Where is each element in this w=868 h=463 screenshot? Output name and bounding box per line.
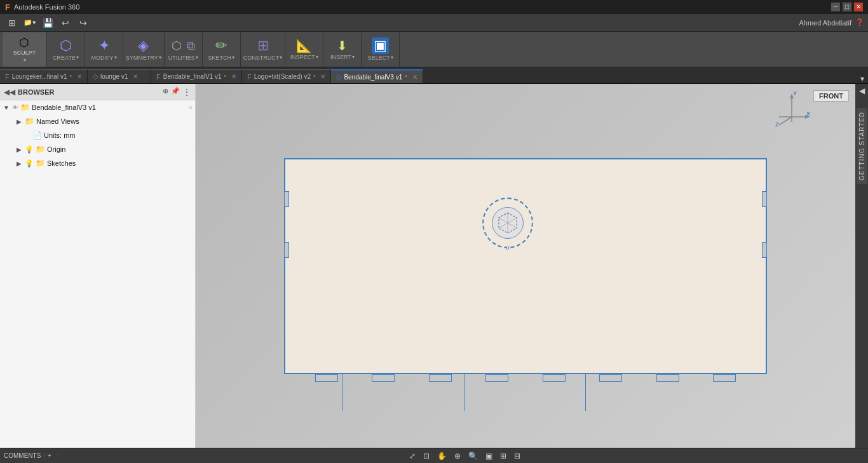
tab-bendable-v3[interactable]: ◇ Bendable_finalV3 v1 * ✕ (331, 69, 423, 83)
maximize-button[interactable]: □ (843, 3, 851, 11)
getting-started-button[interactable]: GETTING STARTED (857, 108, 867, 184)
tab-lounge-v1[interactable]: ◇ lounge v1 ✕ (88, 69, 151, 83)
sidebar: ◀◀ BROWSER ⊕ 📌 ⋮ ▼ 👁 📁 Bendable_finalV3 … (0, 84, 196, 448)
tree-root-arrow[interactable]: ▼ (3, 104, 10, 111)
create-button[interactable]: ⬡ (58, 37, 74, 54)
status-zoom-icon[interactable]: 🔍 (466, 451, 480, 461)
symmetry-section: ◈ SYMMETRY ▾ (123, 32, 165, 67)
status-bar: COMMENTS | + ⋮ ⤢ ⊡ ✋ ⊕ 🔍 ▣ ⊞ ⊟ (0, 448, 868, 463)
browser-back-arrow[interactable]: ◀◀ (4, 88, 15, 97)
viewport[interactable]: Y X Z FRONT (196, 84, 855, 448)
menu-right: Ahmed Abdellatif ❓ (799, 18, 864, 27)
notch-right-bot (762, 242, 767, 258)
status-hand-icon[interactable]: ✋ (435, 451, 449, 461)
tab-lounge-close[interactable]: ✕ (133, 73, 138, 80)
tabs-bar: F Loungeker...final v1 * ✕ ◇ lounge v1 ✕… (0, 67, 868, 84)
browser-pin-icon[interactable]: 📌 (171, 87, 180, 97)
tree-origin-bulb-icon[interactable]: 💡 (25, 145, 34, 154)
tree-units[interactable]: ▶ 📄 Units: mm (0, 128, 195, 142)
tree-sketches-arrow[interactable]: ▶ (15, 160, 23, 167)
insert-arrow[interactable]: ▾ (352, 54, 355, 60)
right-panel-arrow[interactable]: ◀ (859, 86, 865, 95)
tab-loungeker[interactable]: F Loungeker...final v1 * ✕ (0, 69, 88, 83)
status-frame-icon[interactable]: ⊡ (421, 451, 431, 461)
title-bar: F Autodesk Fusion 360 ─ □ ✕ (0, 0, 868, 14)
tree-sketches-label: Sketches (47, 159, 193, 167)
tab-bendable-v3-label: Bendable_finalV3 v1 (344, 74, 402, 81)
browser-title: BROWSER (18, 88, 160, 96)
tab-bendable-v3-close[interactable]: ✕ (412, 74, 417, 81)
close-button[interactable]: ✕ (854, 3, 863, 11)
construct-section: ⊞ CONSTRUCT ▾ (241, 32, 286, 67)
tree-named-views-arrow[interactable]: ▶ (15, 118, 23, 125)
undo-button[interactable]: ↩ (57, 16, 74, 30)
status-snap-icon[interactable]: ⊟ (512, 451, 522, 461)
grid-menu-button[interactable]: ⊞ (4, 16, 20, 30)
utilities-btn1[interactable]: ⬡ (170, 37, 184, 54)
create-icon: ⬡ (60, 39, 72, 53)
tree-origin[interactable]: ▶ 💡 📁 Origin (0, 142, 195, 156)
sketch-icon: ✏ (215, 39, 227, 53)
symmetry-button[interactable]: ◈ (136, 37, 151, 54)
tab-logo[interactable]: F Logo+txt(Scaled) v2 * ✕ (242, 69, 331, 83)
file-menu-button[interactable]: 📁▾ (22, 16, 38, 30)
utilities-btn2[interactable]: ⧉ (185, 38, 197, 54)
select-arrow[interactable]: ▾ (391, 55, 393, 60)
save-button[interactable]: 💾 (39, 16, 56, 30)
browser-resize-handle[interactable]: ⋮ (182, 87, 191, 97)
tree-sketches-bulb-icon[interactable]: 💡 (25, 159, 34, 168)
status-display-icon[interactable]: ▣ (484, 451, 494, 461)
tree-named-views[interactable]: ▶ 📁 Named Views (0, 114, 195, 128)
inspect-arrow[interactable]: ▾ (316, 54, 318, 60)
notch-right-top (762, 191, 767, 207)
tab-bendable-v1-close[interactable]: ✕ (231, 73, 236, 80)
sketch-arrow[interactable]: ▾ (232, 55, 234, 60)
tab-loungeker-close[interactable]: ✕ (77, 73, 82, 80)
inspect-button[interactable]: 📐 (294, 38, 314, 53)
tree-units-label: Units: mm (44, 131, 193, 139)
sculpt-button[interactable]: ⬡ SCULPT (11, 36, 38, 57)
modify-section: ✦ MODIFY ▾ (85, 32, 123, 67)
sculpt-dropdown-arrow[interactable]: ▾ (24, 57, 26, 63)
symmetry-arrow[interactable]: ▾ (159, 55, 161, 60)
tree-root-eye[interactable]: 👁 (12, 104, 18, 111)
tree-root-visibility[interactable]: ○ (188, 104, 193, 111)
tab-logo-close[interactable]: ✕ (320, 73, 325, 80)
insert-section: ⬇ INSERT ▾ (323, 32, 362, 67)
tree-units-icon: 📄 (32, 131, 42, 140)
notch-left-bot (284, 242, 289, 258)
construct-icon: ⊞ (257, 39, 269, 53)
status-orbit-icon[interactable]: ⊕ (452, 451, 463, 461)
tabs-overflow-arrow[interactable]: ▾ (860, 74, 864, 83)
sketch-button[interactable]: ✏ (214, 37, 229, 54)
create-arrow[interactable]: ▾ (76, 55, 79, 60)
connector-8 (713, 374, 736, 382)
redo-button[interactable]: ↪ (75, 16, 92, 30)
modify-arrow[interactable]: ▾ (114, 55, 117, 60)
modify-icon: ✦ (98, 39, 110, 53)
select-icon: ▣ (374, 39, 387, 53)
sculpt-icon: ⬡ (19, 37, 29, 48)
help-button[interactable]: ❓ (855, 18, 864, 27)
minimize-button[interactable]: ─ (831, 3, 840, 11)
comments-add-button[interactable]: + (48, 452, 51, 459)
status-grid-icon[interactable]: ⊞ (498, 451, 508, 461)
tree-sketches[interactable]: ▶ 💡 📁 Sketches (0, 156, 195, 170)
utilities-arrow[interactable]: ▾ (196, 55, 198, 60)
construct-button[interactable]: ⊞ (255, 37, 271, 54)
browser-search-icon[interactable]: ⊕ (163, 87, 168, 97)
insert-button[interactable]: ⬇ (335, 38, 349, 53)
construct-arrow[interactable]: ▾ (280, 55, 282, 60)
hex-svg (495, 210, 520, 236)
tree-origin-arrow[interactable]: ▶ (15, 146, 23, 153)
insert-label: INSERT (330, 54, 351, 60)
status-pan-icon[interactable]: ⤢ (407, 451, 417, 461)
tree-root-item[interactable]: ▼ 👁 📁 Bendable_finalV3 v1 ○ (0, 100, 195, 114)
select-label: SELECT (368, 55, 390, 61)
select-button[interactable]: ▣ (372, 37, 389, 54)
modify-button[interactable]: ✦ (97, 37, 112, 54)
tab-loungeker-dirty: * (69, 74, 72, 80)
tab-bendable-v1[interactable]: F Bendable_finalV1 v1 * ✕ (151, 69, 242, 83)
undo-redo-group: ↩ ↪ (57, 16, 92, 30)
axis-indicator: Y X Z (773, 90, 811, 130)
